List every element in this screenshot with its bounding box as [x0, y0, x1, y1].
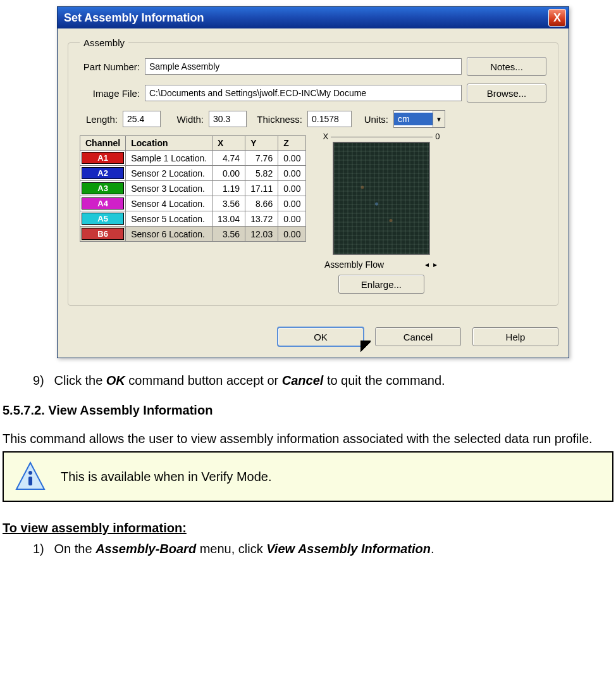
browse-button[interactable]: Browse...: [467, 84, 546, 103]
z-cell: 0.00: [278, 166, 306, 181]
thickness-input[interactable]: 0.1578: [307, 111, 352, 127]
step9-text: Click the: [54, 373, 106, 387]
table-header: Y: [245, 136, 278, 151]
chevron-down-icon: ▼: [433, 111, 445, 127]
width-input[interactable]: 30.3: [209, 111, 247, 127]
y-cell: 12.03: [245, 227, 278, 242]
x-cell: 3.56: [213, 196, 245, 211]
cancel-button[interactable]: Cancel: [375, 327, 461, 346]
menu-name: Assembly-Board: [95, 542, 196, 556]
y-cell: 17.11: [245, 181, 278, 196]
table-header: X: [213, 136, 245, 151]
x-cell: 4.74: [213, 151, 245, 166]
step9-ok: OK: [106, 373, 125, 387]
command-name: View Assembly Information: [266, 542, 431, 556]
fieldset-legend: Assembly: [80, 37, 128, 48]
length-label: Length:: [80, 114, 118, 125]
y-cell: 7.76: [245, 151, 278, 166]
z-cell: 0.00: [278, 181, 306, 196]
channel-badge: A3: [82, 182, 124, 194]
table-row[interactable]: A2Sensor 2 Location.0.005.820.00: [80, 166, 306, 181]
table-header: Location: [126, 136, 213, 151]
width-label: Width:: [166, 114, 204, 125]
flow-arrows-icon[interactable]: ◂ ▸: [425, 260, 438, 269]
x-cell: 13.04: [213, 211, 245, 227]
image-file-input[interactable]: C:\Documents and Settings\jwolf.ECD-INC\…: [145, 85, 462, 101]
subheading: To view assembly information:: [3, 521, 613, 535]
channel-badge: B6: [82, 228, 124, 240]
assembly-flow-label: Assembly Flow: [324, 259, 384, 270]
dialog-title: Set Assembly Information: [64, 11, 204, 25]
table-row[interactable]: A4Sensor 4 Location.3.568.660.00: [80, 196, 306, 211]
z-cell: 0.00: [278, 227, 306, 242]
image-file-label: Image File:: [80, 88, 140, 99]
help-button[interactable]: Help: [472, 327, 558, 346]
table-header: Channel: [80, 136, 126, 151]
table-row[interactable]: A1Sample 1 Location.4.747.760.00: [80, 151, 306, 166]
info-note: This is available when in Verify Mode.: [3, 451, 613, 502]
dialog-set-assembly-information: Set Assembly Information X Assembly Part…: [57, 6, 569, 358]
x-cell: 0.00: [213, 166, 245, 181]
units-select[interactable]: cm ▼: [393, 110, 445, 128]
section-heading: 5.5.7.2. View Assembly Information: [3, 403, 613, 418]
svg-rect-2: [28, 477, 32, 485]
assembly-fieldset: Assembly Part Number: Sample Assembly No…: [68, 37, 558, 306]
channels-table[interactable]: ChannelLocationXYZ A1Sample 1 Location.4…: [80, 135, 306, 242]
part-number-input[interactable]: Sample Assembly: [145, 58, 462, 75]
notes-button[interactable]: Notes...: [467, 57, 546, 76]
note-text: This is available when in Verify Mode.: [61, 470, 272, 484]
y-cell: 13.72: [245, 211, 278, 227]
channel-badge: A5: [82, 213, 124, 225]
pcb-image: [333, 142, 429, 254]
channel-badge: A1: [82, 152, 124, 164]
z-cell: 0.00: [278, 196, 306, 211]
location-cell: Sensor 4 Location.: [126, 196, 213, 211]
enlarge-button[interactable]: Enlarge...: [338, 275, 424, 294]
close-icon[interactable]: X: [548, 9, 566, 27]
axis-origin-label: 0: [435, 132, 440, 141]
channel-badge: A2: [82, 167, 124, 179]
x-cell: 3.56: [213, 227, 245, 242]
location-cell: Sensor 6 Location.: [126, 227, 213, 242]
part-number-label: Part Number:: [80, 61, 140, 72]
table-header: Z: [278, 136, 306, 151]
location-cell: Sample 1 Location.: [126, 151, 213, 166]
table-row[interactable]: B6Sensor 6 Location.3.5612.030.00: [80, 227, 306, 242]
step-1: 1) On the Assembly-Board menu, click Vie…: [33, 541, 613, 558]
z-cell: 0.00: [278, 211, 306, 227]
location-cell: Sensor 5 Location.: [126, 211, 213, 227]
table-row[interactable]: A3Sensor 3 Location.1.1917.110.00: [80, 181, 306, 196]
y-cell: 8.66: [245, 196, 278, 211]
assembly-preview: X 0 Assembly Flow ◂ ▸ Enlarge...: [323, 132, 440, 294]
length-input[interactable]: 25.4: [123, 111, 161, 127]
ok-button[interactable]: OK: [278, 327, 364, 346]
location-cell: Sensor 3 Location.: [126, 181, 213, 196]
step9-cancel: Cancel: [282, 373, 324, 387]
titlebar: Set Assembly Information X: [58, 7, 569, 28]
section-paragraph: This command allows the user to view ass…: [3, 430, 613, 447]
location-cell: Sensor 2 Location.: [126, 166, 213, 181]
info-icon: [15, 461, 46, 492]
y-cell: 5.82: [245, 166, 278, 181]
svg-point-1: [28, 471, 32, 475]
thickness-label: Thickness:: [252, 114, 302, 125]
units-label: Units:: [357, 114, 388, 125]
x-cell: 1.19: [213, 181, 245, 196]
z-cell: 0.00: [278, 151, 306, 166]
channel-badge: A4: [82, 197, 124, 209]
units-value: cm: [394, 113, 433, 125]
step-9: 9) Click the OK command button accept or…: [33, 372, 613, 389]
table-row[interactable]: A5Sensor 5 Location.13.0413.720.00: [80, 211, 306, 227]
axis-x-label: X: [323, 132, 328, 141]
